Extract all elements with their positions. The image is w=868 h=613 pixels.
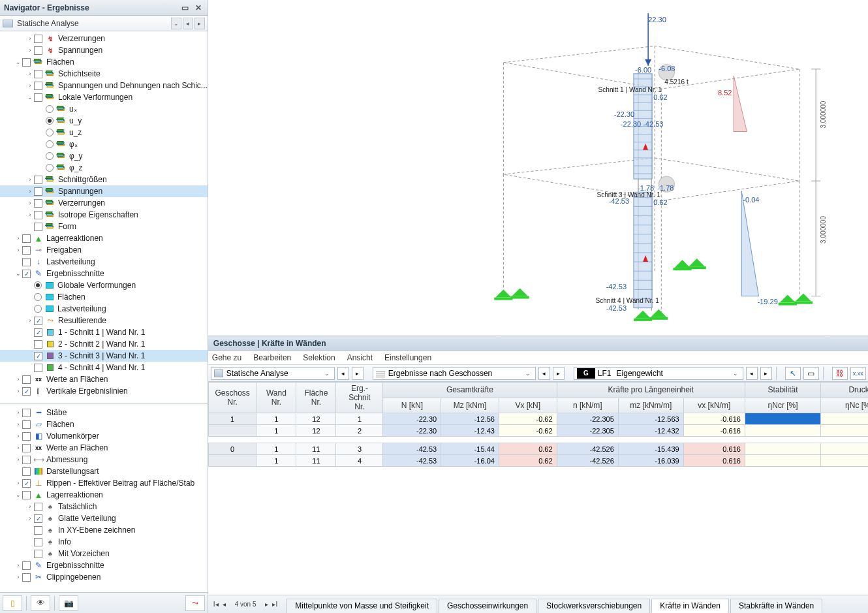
expand-icon[interactable]: ›	[14, 444, 22, 452]
checkbox[interactable]	[22, 432, 31, 441]
table-cell[interactable]: 2	[336, 425, 383, 437]
expand-icon[interactable]: ›	[26, 514, 34, 522]
expand-icon[interactable]	[26, 293, 34, 301]
table-cell[interactable]	[821, 443, 868, 455]
table-cell[interactable]: -12.563	[618, 413, 683, 425]
table-cell[interactable]: 11	[296, 455, 336, 467]
tree-item[interactable]: ›▲Lagerreaktionen	[0, 232, 208, 244]
tree-item[interactable]: ›Schnittgrößen	[0, 174, 208, 185]
expand-icon[interactable]: ›	[14, 561, 22, 569]
tb-prev[interactable]: ◂	[337, 367, 349, 380]
expand-icon[interactable]	[26, 340, 34, 348]
results-tab[interactable]: Kräfte in Wänden	[651, 599, 729, 613]
tree-item[interactable]: ›xxWerte an Flächen	[0, 442, 208, 454]
tree-item[interactable]: ›↯Spannungen	[0, 44, 208, 56]
table-cell[interactable]: -42.53	[383, 455, 441, 467]
tree-item[interactable]: ⌄▲Lagerreaktionen	[0, 489, 208, 501]
tree-item[interactable]: ›⊸Freigaben	[0, 244, 208, 256]
tree-item[interactable]: ›◧Volumenkörper	[0, 430, 208, 442]
table-cell[interactable]: -42.53	[383, 443, 441, 455]
results-tab[interactable]: Geschosseinwirkungen	[439, 599, 536, 613]
expand-icon[interactable]	[26, 223, 34, 230]
nav-btn-camera[interactable]: 📷	[59, 595, 78, 611]
nav-btn-1[interactable]: ▯	[3, 595, 22, 611]
checkbox[interactable]	[22, 467, 31, 476]
menu-item[interactable]: Ansicht	[347, 353, 373, 362]
checkbox[interactable]	[34, 199, 42, 208]
table-cell[interactable]: -22.30	[383, 413, 441, 425]
radio-button[interactable]	[46, 164, 54, 172]
expand-icon[interactable]	[38, 105, 46, 113]
checkbox[interactable]	[34, 352, 42, 360]
col-mz2[interactable]: mz [kNm/m]	[618, 398, 683, 413]
checkbox[interactable]	[22, 573, 31, 582]
col-geschoss[interactable]: GeschossNr.	[208, 383, 256, 413]
checkbox[interactable]	[34, 211, 42, 219]
tree-item[interactable]: Darstellungsart	[0, 465, 208, 477]
tb-tool2[interactable]: x.xx	[850, 367, 866, 380]
tree-item[interactable]: ›⊥Rippen - Effektiver Beitrag auf Fläche…	[0, 477, 208, 489]
checkbox[interactable]	[34, 223, 42, 231]
table-cell[interactable]: 0.62	[499, 443, 557, 455]
table-cell[interactable]: 11	[296, 443, 336, 455]
expand-icon[interactable]: ⌄	[14, 491, 22, 499]
tree-item[interactable]: ›▱Flächen	[0, 418, 208, 430]
table-cell[interactable]: 1	[256, 413, 296, 425]
tree-item[interactable]: φₓ	[0, 138, 208, 150]
expand-icon[interactable]: ›	[26, 176, 34, 183]
results-tab[interactable]: Stabkräfte in Wänden	[730, 599, 822, 613]
tree-item[interactable]: ›━Stäbe	[0, 407, 208, 418]
col-eta2[interactable]: ηNc [%]	[821, 398, 868, 413]
col-n2[interactable]: n [kN/m]	[557, 398, 618, 413]
tree-item[interactable]: ›Schichtseite	[0, 68, 208, 80]
col-erg[interactable]: Erg.-SchnitNr.	[336, 383, 383, 413]
results-by-dropdown[interactable]: Ergebnisse nach Geschossen ⌄	[373, 367, 536, 380]
radio-button[interactable]	[46, 117, 54, 125]
analysis-dropdown[interactable]: Statische Analyse ⌄	[211, 367, 335, 380]
dropdown-arrow-icon[interactable]: ⌄	[171, 18, 181, 29]
tree-item[interactable]: ↓Lastverteilung	[0, 256, 208, 268]
radio-button[interactable]	[46, 105, 54, 113]
expand-icon[interactable]: ›	[14, 234, 22, 242]
table-row[interactable]: 11121-22.30-12.56-0.62-22.305-12.563-0.6…	[208, 413, 868, 425]
tb-next2[interactable]: ▸	[553, 367, 565, 380]
table-cell[interactable]: 1	[208, 413, 256, 425]
expand-icon[interactable]	[26, 550, 34, 558]
table-cell[interactable]: 4	[336, 455, 383, 467]
expand-icon[interactable]: ›	[26, 503, 34, 511]
checkbox[interactable]	[34, 328, 42, 337]
checkbox[interactable]	[34, 538, 42, 546]
expand-icon[interactable]: ›	[14, 420, 22, 428]
table-cell[interactable]: -42.526	[557, 443, 618, 455]
table-cell[interactable]: -0.616	[683, 425, 745, 437]
table-cell[interactable]	[821, 455, 868, 467]
table-cell[interactable]: -22.30	[383, 425, 441, 437]
results-tree[interactable]: ›↯Verzerrungen›↯Spannungen⌄Flächen›Schic…	[0, 31, 208, 403]
tb-next[interactable]: ▸	[352, 367, 364, 380]
table-cell[interactable]: 12	[296, 413, 336, 425]
radio-button[interactable]	[46, 140, 54, 148]
tree-item[interactable]: 2 - Schnitt 2 | Wand Nr. 1	[0, 338, 208, 350]
tb-tool1[interactable]: ⛓	[832, 367, 848, 380]
table-cell[interactable]: 0.616	[683, 443, 745, 455]
table-cell[interactable]: 1	[256, 443, 296, 455]
tree-item[interactable]: uₓ	[0, 103, 208, 115]
table-cell[interactable]	[745, 413, 820, 425]
table-cell[interactable]: 12	[296, 425, 336, 437]
checkbox[interactable]	[34, 514, 42, 523]
expand-icon[interactable]: ›	[26, 211, 34, 219]
expand-icon[interactable]: ›	[26, 35, 34, 42]
expand-icon[interactable]: ›	[14, 456, 22, 464]
expand-icon[interactable]: ›	[14, 479, 22, 487]
table-cell[interactable]	[208, 455, 256, 467]
tb-prev2[interactable]: ◂	[538, 367, 550, 380]
col-eta1[interactable]: ηNcr [%]	[745, 398, 820, 413]
table-cell[interactable]	[208, 425, 256, 437]
tree-item[interactable]: ⌄✎Ergebnisschnitte	[0, 268, 208, 279]
col-flaeche[interactable]: FlächeNr.	[296, 383, 336, 413]
checkbox[interactable]	[22, 456, 31, 464]
radio-button[interactable]	[46, 152, 54, 160]
menu-item[interactable]: Selektion	[303, 353, 335, 362]
table-cell[interactable]: -42.526	[557, 455, 618, 467]
table-cell[interactable]: -22.305	[557, 413, 618, 425]
